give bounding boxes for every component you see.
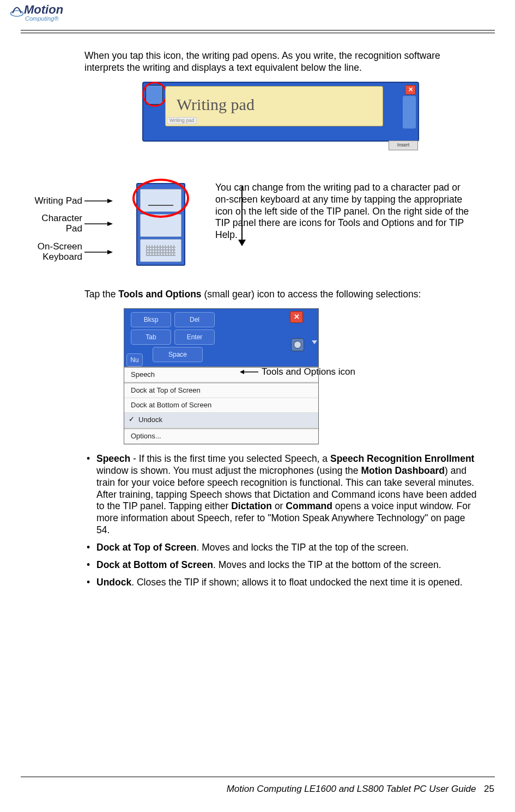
keyboard-mode-icon[interactable] [140,239,181,262]
bullet-list: • Speech - If this is the first time you… [84,453,477,589]
bullet-dock-top: • Dock at Top of Screen. Moves and locks… [84,542,477,554]
handwriting-sample: Writing pad [166,87,383,115]
page-number: 25 [484,784,494,794]
arrow-right-icon [84,249,113,255]
brand-logo: Motion Computing® [10,2,63,23]
tools-options-callout: Tools and Options icon [240,366,355,377]
recognition-tag: Writing pad [167,117,197,124]
mode-description: You can change from the writing pad to a… [215,182,471,241]
key-nu[interactable]: Nu [126,353,143,367]
svg-marker-6 [107,250,113,254]
bullet-dock-bottom: • Dock at Bottom of Screen. Moves and lo… [84,559,477,571]
svg-marker-8 [240,370,244,374]
menu-item-options[interactable]: Options... [124,429,318,444]
brand-subtext: Computing® [25,15,63,23]
menu-item-dock-bottom[interactable]: Dock at Bottom of Screen [124,398,318,413]
label-writing-pad: Writing Pad [34,196,82,206]
tools-options-menu: Speech Dock at Top of Screen Dock at Bot… [124,367,318,444]
key-tab[interactable]: Tab [131,329,171,345]
tip-right-bar [403,96,416,129]
header-rule-thin [21,33,495,33]
gear-icon[interactable] [291,338,304,351]
dropdown-arrow-icon[interactable] [312,340,317,344]
writing-area: Writing pad Writing pad [165,86,383,126]
footer: Motion Computing LE1600 and LS800 Tablet… [227,783,494,795]
svg-marker-2 [107,199,113,203]
arrow-right-icon [84,198,113,204]
footer-rule [21,777,495,777]
mode-labels: Writing Pad Character Pad On-Screen Keyb… [26,196,113,270]
key-del[interactable]: Del [174,312,215,327]
bullet-speech: • Speech - If this is the first time you… [84,453,477,536]
intro-paragraph: When you tap this icon, the writing pad … [84,50,477,74]
insert-button[interactable]: Insert [389,141,418,150]
menu-item-undock[interactable]: Undock [124,413,318,428]
highlight-circle [142,82,167,107]
tools-intro: Tap the Tools and Options (small gear) i… [84,289,477,301]
arrow-right-icon [84,221,113,227]
svg-marker-4 [107,222,113,226]
highlight-circle-large [132,179,189,218]
label-onscreen-keyboard: On-Screen Keyboard [38,242,82,262]
arrow-left-icon [240,369,258,375]
bullet-undock: • Undock. Closes the TIP if shown; allow… [84,577,477,589]
label-character-pad: Character Pad [26,213,82,234]
key-space[interactable]: Space [153,347,203,362]
close-icon[interactable]: ✕ [405,85,416,95]
brand-text: Motion [24,3,63,16]
svg-point-0 [11,11,23,16]
menu-item-dock-top[interactable]: Dock at Top of Screen [124,383,318,398]
close-icon[interactable]: ✕ [290,311,303,323]
header-rule [21,30,495,30]
key-enter[interactable]: Enter [174,329,215,345]
tip-writing-panel: Writing pad Writing pad ✕ Insert [142,82,419,142]
footer-title: Motion Computing LE1600 and LS800 Tablet… [227,784,476,794]
key-bksp[interactable]: Bksp [131,312,171,327]
tools-options-term: Tools and Options [118,289,201,300]
